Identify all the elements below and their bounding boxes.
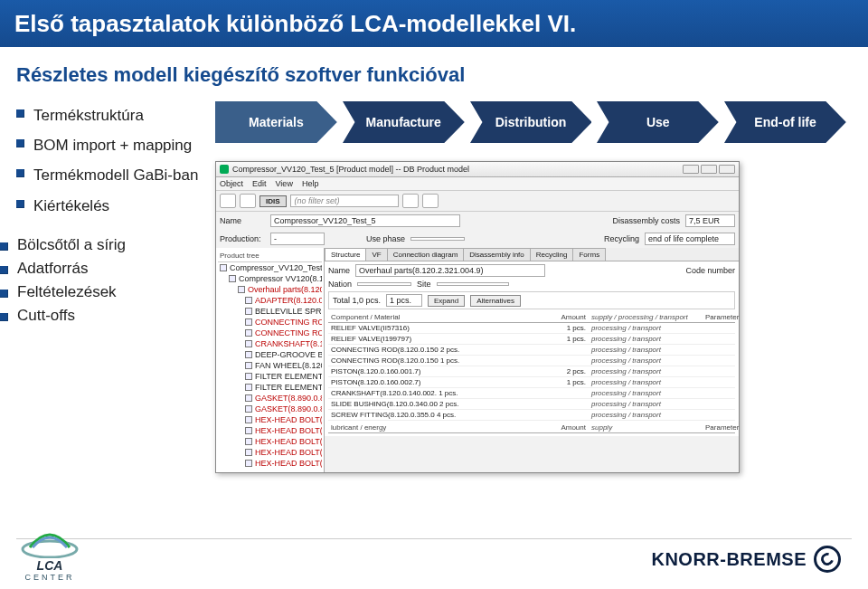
toolbar-button[interactable] bbox=[240, 194, 256, 208]
minimize-button[interactable] bbox=[683, 165, 699, 174]
menu-item[interactable]: View bbox=[276, 179, 293, 188]
idis-button[interactable]: IDIS bbox=[259, 195, 287, 207]
tab-connection[interactable]: Connection diagram bbox=[387, 248, 465, 261]
name-label: Name bbox=[220, 216, 265, 225]
tree-item[interactable]: GASKET(8.890.0.85 bbox=[218, 393, 322, 404]
product-tree[interactable]: Product tree Compressor_VV120_Test_5Comp… bbox=[216, 248, 325, 472]
tree-item[interactable]: GASKET(8.890.0.85 bbox=[218, 404, 322, 414]
table-row[interactable]: PISTON(8.120.0.160.001.7)2 pcs.processin… bbox=[328, 366, 735, 377]
toolbar: IDIS (no filter set) bbox=[216, 191, 739, 212]
col-parameter2: Parameter bbox=[703, 423, 735, 432]
nation-label: Nation bbox=[328, 280, 352, 289]
tree-item[interactable]: HEX-HEAD BOLT(46 bbox=[218, 447, 322, 458]
kb-logo-mark bbox=[814, 546, 841, 573]
tree-header: Product tree bbox=[218, 250, 322, 262]
tree-item[interactable]: HEX-HEAD BOLT(46 bbox=[218, 458, 322, 469]
bullet-item: Termékstruktúra bbox=[16, 103, 206, 128]
tree-item[interactable]: CRANKSHAFT(8.120 bbox=[218, 338, 322, 349]
process-stage: Manufacture bbox=[343, 101, 465, 143]
menu-item[interactable]: Help bbox=[302, 179, 319, 188]
bullet-item: Cutt-offs bbox=[0, 307, 206, 325]
tab-disassembly[interactable]: Disassembly info bbox=[463, 248, 530, 261]
total-unit[interactable]: 1 pcs. bbox=[386, 294, 422, 307]
tree-item[interactable]: CONNECTING ROD( bbox=[218, 328, 322, 338]
expand-button[interactable]: Expand bbox=[428, 295, 465, 307]
recycling-label: Recycling bbox=[604, 234, 639, 243]
tree-item[interactable]: FAN WHEEL(8.120. bbox=[218, 360, 322, 371]
tree-item[interactable]: HEX-HEAD BOLT(45 bbox=[218, 414, 322, 425]
bullet-icon bbox=[16, 169, 24, 177]
toolbar-button[interactable] bbox=[422, 194, 439, 208]
code-number-label: Code number bbox=[685, 266, 735, 275]
bullet-item: Kiértékelés bbox=[16, 194, 206, 218]
tab-forms[interactable]: Forms bbox=[572, 248, 606, 261]
slide-subtitle: Részletes modell kiegészítő szoftver fun… bbox=[16, 63, 868, 87]
filter-input[interactable]: (no filter set) bbox=[290, 195, 399, 207]
table-row[interactable]: PISTON(8.120.0.160.002.7)1 pcs.processin… bbox=[328, 377, 735, 388]
col-parameter: Parameter bbox=[703, 312, 735, 322]
table-row[interactable]: SLIDE BUSHING(8.120.0.340.00 2 pcs.proce… bbox=[328, 399, 735, 410]
production-label: Production: bbox=[220, 234, 265, 243]
bullet-icon bbox=[16, 139, 24, 147]
col-supply2: supply bbox=[589, 423, 703, 432]
toolbar-button[interactable] bbox=[220, 194, 236, 208]
tab-vf[interactable]: VF bbox=[365, 248, 387, 261]
tree-item[interactable]: Overhaul parts(8.120.2 bbox=[218, 284, 322, 295]
disassembly-field[interactable]: 7,5 EUR bbox=[685, 214, 735, 227]
window-buttons[interactable] bbox=[683, 165, 735, 174]
name-field[interactable]: Compressor_VV120_Test_5 bbox=[270, 214, 460, 227]
tree-item[interactable]: BELLEVILLE SPRING bbox=[218, 306, 322, 317]
table-row[interactable]: CRANKSHAFT(8.120.0.140.002. 1 pcs.proces… bbox=[328, 388, 735, 399]
components-table: Component / Material Amount supply / pro… bbox=[328, 312, 735, 433]
tree-item[interactable]: FILTER ELEMENT(8. bbox=[218, 382, 322, 393]
bullet-icon bbox=[0, 290, 8, 298]
app-icon bbox=[220, 165, 229, 174]
tree-item[interactable]: FILTER ELEMENT(8. bbox=[218, 371, 322, 382]
bullet-item: Bölcsőtől a sírig bbox=[0, 236, 206, 254]
tree-item[interactable]: DEEP-GROOVE BEA bbox=[218, 349, 322, 360]
tab-structure[interactable]: Structure bbox=[325, 248, 366, 261]
table-row[interactable]: SCREW FITTING(8.120.0.355.0 4 pcs.proces… bbox=[328, 410, 735, 421]
site-field[interactable] bbox=[437, 282, 509, 286]
col-component: Component / Material bbox=[328, 312, 540, 322]
bullet-icon bbox=[16, 109, 24, 118]
tree-item[interactable]: Compressor VV120(8.1.. bbox=[218, 273, 322, 284]
use-phase-label: Use phase bbox=[366, 234, 405, 243]
col-supply: supply / processing / transport bbox=[589, 312, 703, 322]
tree-item[interactable]: HEX-HEAD BOLT(45 bbox=[218, 425, 322, 436]
table-row[interactable]: RELIEF VALVE(II57316)1 pcs.processing / … bbox=[328, 323, 735, 334]
app-title-text: Compressor_VV120_Test_5 [Product model] … bbox=[232, 165, 469, 174]
detail-name-field[interactable]: Overhaul parts(8.120.2.321.004.9) bbox=[355, 264, 545, 277]
field-row: Name Compressor_VV120_Test_5 Disassembly… bbox=[216, 212, 739, 230]
tree-item[interactable]: CONNECTING ROD( bbox=[218, 317, 322, 328]
nation-field[interactable] bbox=[357, 282, 411, 286]
tree-item[interactable]: ADAPTER(8.120.0. bbox=[218, 295, 322, 306]
table-row[interactable]: CONNECTING ROD(8.120.0.150 1 pcs.process… bbox=[328, 356, 735, 366]
tree-item[interactable]: Compressor_VV120_Test_5 bbox=[218, 262, 322, 273]
divider bbox=[16, 538, 852, 539]
table-row[interactable]: RELIEF VALVE(I199797)1 pcs.processing / … bbox=[328, 334, 735, 345]
recycling-field[interactable]: end of life complete bbox=[645, 233, 735, 245]
production-field[interactable]: - bbox=[270, 233, 325, 245]
detail-panel: Structure VF Connection diagram Disassem… bbox=[325, 248, 739, 472]
bullet-item: BOM import + mapping bbox=[16, 133, 206, 157]
menu-item[interactable]: Object bbox=[220, 179, 243, 188]
detail-name-label: Name bbox=[328, 266, 350, 275]
tree-item[interactable]: HEX-HEAD BOLT(46 bbox=[218, 436, 322, 447]
col-amount2: Amount bbox=[540, 423, 589, 432]
tab-recycling[interactable]: Recycling bbox=[530, 248, 574, 261]
menubar[interactable]: Object Edit View Help bbox=[216, 177, 739, 191]
col-lubricant: lubricant / energy bbox=[328, 423, 540, 432]
col-amount: Amount bbox=[540, 312, 589, 322]
process-stage: Use bbox=[597, 101, 719, 143]
use-phase-field[interactable] bbox=[410, 237, 465, 241]
table-row[interactable]: CONNECTING ROD(8.120.0.150 2 pcs.process… bbox=[328, 345, 735, 356]
bullet-item: Termékmodell GaBi-ban bbox=[16, 163, 206, 187]
maximize-button[interactable] bbox=[701, 165, 717, 174]
menu-item[interactable]: Edit bbox=[252, 179, 267, 188]
close-button[interactable] bbox=[719, 165, 735, 174]
toolbar-button[interactable] bbox=[402, 194, 419, 208]
bullet-icon bbox=[0, 242, 8, 251]
bullet-icon bbox=[0, 313, 8, 321]
alternatives-button[interactable]: Alternatives bbox=[470, 295, 521, 307]
